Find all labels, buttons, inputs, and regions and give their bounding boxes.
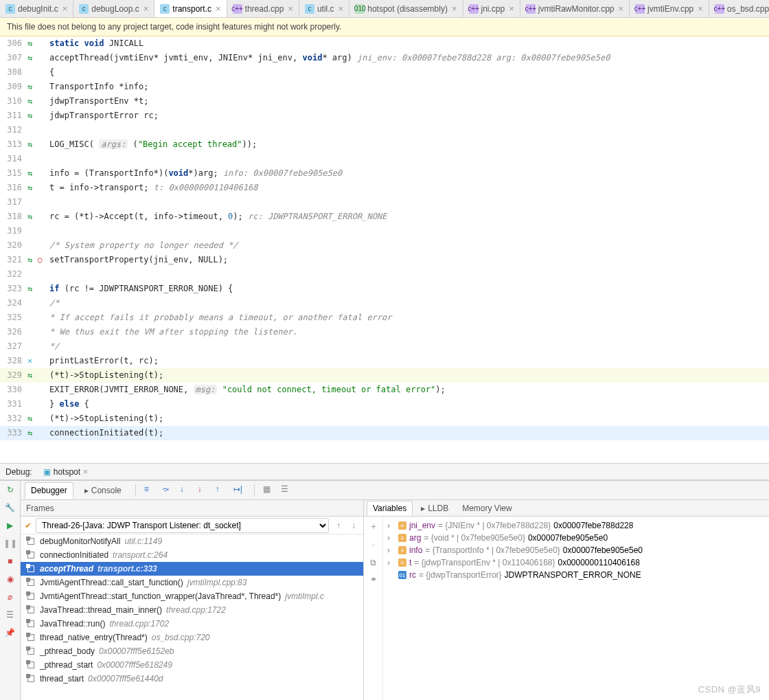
- code-line[interactable]: 325 * If accept fails it probably means …: [0, 311, 769, 325]
- stack-frame[interactable]: connectionInitiated transport.c:264: [21, 548, 363, 562]
- chevron-right-icon[interactable]: ›: [387, 533, 395, 543]
- code-line[interactable]: 306⇆static void JNICALL: [0, 36, 769, 51]
- close-icon[interactable]: ×: [509, 3, 514, 14]
- code-line[interactable]: 315⇆ info = (TransportInfo*)(void*)arg; …: [0, 166, 769, 181]
- code-line[interactable]: 323⇆ if (rc != JDWPTRANSPORT_ERROR_NONE)…: [0, 282, 769, 296]
- gutter-marker[interactable]: ⇆: [25, 282, 47, 296]
- code-line[interactable]: 307⇆acceptThread(jvmtiEnv* jvmti_env, JN…: [0, 51, 769, 65]
- link-icon[interactable]: ⚭: [370, 574, 377, 584]
- gutter-marker[interactable]: [25, 238, 47, 253]
- chevron-right-icon[interactable]: ›: [387, 558, 395, 567]
- close-icon[interactable]: ×: [698, 3, 703, 14]
- wrench-icon[interactable]: 🔧: [4, 501, 16, 514]
- gutter-marker[interactable]: [25, 296, 47, 311]
- code-line[interactable]: 319: [0, 224, 769, 238]
- copy-icon[interactable]: ⧉: [370, 558, 376, 567]
- stack-frame[interactable]: JvmtiAgentThread::start_function_wrapper…: [21, 589, 363, 603]
- code-line[interactable]: 322: [0, 267, 769, 282]
- editor-tab-hotspot-disassembly-[interactable]: 010hotspot (disassembly)×: [349, 0, 463, 17]
- gutter-marker[interactable]: [25, 195, 47, 210]
- gutter-marker[interactable]: [25, 152, 47, 166]
- gutter-marker[interactable]: ⇆: [25, 51, 47, 65]
- debug-session-tab[interactable]: ▣ hotspot ×: [39, 466, 92, 478]
- code-line[interactable]: 331 } else {: [0, 397, 769, 411]
- editor-tab-util-c[interactable]: cutil.c×: [299, 0, 349, 17]
- step-into-button[interactable]: ↓: [180, 484, 192, 497]
- editor-tab-debuginit-c[interactable]: cdebugInit.c×: [0, 0, 73, 17]
- code-line[interactable]: 308{: [0, 65, 769, 80]
- view-breakpoints-button[interactable]: ◉: [4, 573, 16, 585]
- code-line[interactable]: 324 /*: [0, 296, 769, 311]
- tab-console[interactable]: ▸Console: [79, 483, 127, 498]
- gutter-marker[interactable]: [25, 224, 47, 238]
- tab-variables[interactable]: Variables: [367, 501, 413, 516]
- code-line[interactable]: 313⇆ LOG_MISC( args: ("Begin accept thre…: [0, 137, 769, 152]
- close-icon[interactable]: ×: [452, 3, 457, 14]
- close-icon[interactable]: ×: [216, 3, 221, 14]
- mute-breakpoints-button[interactable]: ⌀: [4, 591, 16, 603]
- gutter-marker[interactable]: ⇆: [25, 210, 47, 224]
- stack-frame[interactable]: _pthread_start 0x00007fff5e618249: [21, 658, 363, 672]
- tab-lldb[interactable]: ▸LLDB: [415, 501, 454, 515]
- gutter-marker[interactable]: [25, 339, 47, 354]
- editor-tab-transport-c[interactable]: ctransport.c×: [154, 0, 227, 17]
- tab-debugger[interactable]: Debugger: [25, 482, 73, 499]
- gutter-marker[interactable]: ✕: [25, 354, 47, 368]
- remove-watch-button[interactable]: －: [369, 539, 378, 551]
- code-line[interactable]: 327 */: [0, 339, 769, 354]
- stop-button[interactable]: ■: [4, 555, 16, 567]
- gutter-marker[interactable]: [25, 397, 47, 411]
- gutter-marker[interactable]: [25, 123, 47, 137]
- stack-frame[interactable]: thread_start 0x00007fff5e61440d: [21, 672, 363, 686]
- gutter-marker[interactable]: ⇆ ○: [25, 253, 47, 267]
- gutter-marker[interactable]: ⇆: [25, 181, 47, 195]
- editor-tab-jvmtirawmonitor-cpp[interactable]: c++jvmtiRawMonitor.cpp×: [520, 0, 630, 17]
- close-icon[interactable]: ×: [619, 3, 624, 14]
- variable-row[interactable]: ›≡ jni_env = {JNIEnv * | 0x7febe788d228}…: [387, 519, 765, 532]
- code-line[interactable]: 312: [0, 123, 769, 137]
- code-line[interactable]: 330 EXIT_ERROR(JVMTI_ERROR_NONE, msg: "c…: [0, 383, 769, 397]
- code-line[interactable]: 326 * We thus exit the VM after stopping…: [0, 325, 769, 339]
- code-line[interactable]: 332⇆ (*t)->StopListening(t);: [0, 411, 769, 426]
- stack-frame[interactable]: JavaThread::run() thread.cpp:1702: [21, 617, 363, 631]
- force-step-into-button[interactable]: ↓: [198, 484, 210, 497]
- gutter-marker[interactable]: ⇆: [25, 368, 47, 383]
- code-editor[interactable]: 306⇆static void JNICALL307⇆acceptThread(…: [0, 36, 769, 464]
- thread-select[interactable]: Thread-26-[Java: JDWP Transport Listener…: [36, 518, 329, 533]
- rerun-button[interactable]: ↻: [4, 484, 16, 496]
- prev-thread-button[interactable]: ↑: [333, 521, 344, 530]
- editor-tab-os-bsd-cpp[interactable]: c++os_bsd.cpp×: [709, 0, 769, 17]
- step-out-button[interactable]: ↑: [216, 484, 228, 497]
- stack-frame[interactable]: thread_native_entry(Thread*) os_bsd.cpp:…: [21, 631, 363, 644]
- gutter-marker[interactable]: ⇆: [25, 94, 47, 109]
- code-line[interactable]: 311⇆ jdwpTransportError rc;: [0, 109, 769, 123]
- chevron-right-icon[interactable]: ›: [387, 521, 395, 530]
- evaluate-expression-button[interactable]: ▦: [263, 484, 275, 497]
- gutter-marker[interactable]: ⇆: [25, 411, 47, 426]
- code-line[interactable]: 309⇆ TransportInfo *info;: [0, 80, 769, 94]
- gutter-marker[interactable]: [25, 383, 47, 397]
- variable-row[interactable]: ›≡ arg = {void * | 0x7febe905e5e0} 0x000…: [387, 532, 765, 544]
- add-watch-button[interactable]: ＋: [369, 521, 378, 532]
- code-line[interactable]: 321⇆ ○ setTransportProperty(jni_env, NUL…: [0, 253, 769, 267]
- code-line[interactable]: 317: [0, 195, 769, 210]
- show-execution-point-button[interactable]: ≡: [144, 484, 157, 497]
- code-line[interactable]: 333⇆ connectionInitiated(t);: [0, 426, 769, 440]
- close-icon[interactable]: ×: [83, 467, 88, 477]
- code-line[interactable]: 328✕ printLastError(t, rc);: [0, 354, 769, 368]
- run-to-cursor-button[interactable]: ↦|: [233, 484, 246, 497]
- gutter-marker[interactable]: [25, 267, 47, 282]
- variable-row[interactable]: ›≡ info = {TransportInfo * | 0x7febe905e…: [387, 544, 765, 556]
- code-line[interactable]: 316⇆ t = info->transport; t: 0x000000011…: [0, 181, 769, 195]
- chevron-right-icon[interactable]: ›: [387, 545, 395, 555]
- stack-frame[interactable]: JvmtiAgentThread::call_start_function() …: [21, 576, 363, 589]
- editor-tab-thread-cpp[interactable]: c++thread.cpp×: [227, 0, 299, 17]
- variable-row[interactable]: ›≡ t = {jdwpTransportEnv * | 0x110406168…: [387, 556, 765, 569]
- gutter-marker[interactable]: ⇆: [25, 36, 47, 51]
- code-line[interactable]: 320 /* System property no longer needed …: [0, 238, 769, 253]
- gutter-marker[interactable]: [25, 311, 47, 325]
- settings-icon[interactable]: ☰: [4, 609, 16, 621]
- code-line[interactable]: 310⇆ jdwpTransportEnv *t;: [0, 94, 769, 109]
- code-line[interactable]: 318⇆ rc = (*t)->Accept(t, info->timeout,…: [0, 210, 769, 224]
- stack-frame-list[interactable]: debugMonitorNotifyAll util.c:1149connect…: [21, 534, 363, 700]
